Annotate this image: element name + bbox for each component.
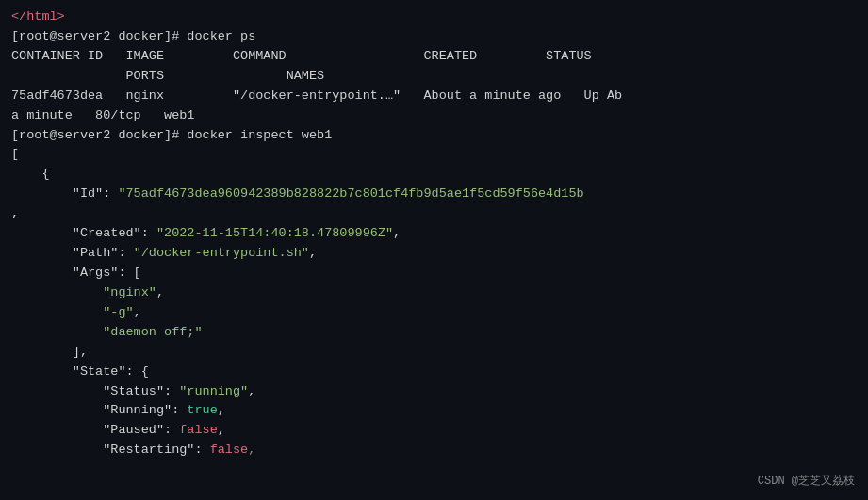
line-segment: ,: [393, 226, 401, 240]
line-segment: [root@server2 docker]# docker inspect we…: [11, 128, 332, 142]
terminal-line: [: [11, 145, 857, 165]
line-segment: a minute 80/tcp web1: [11, 108, 194, 122]
line-segment: ,: [134, 305, 141, 319]
line-segment: ,: [218, 423, 225, 437]
line-segment: "Status":: [11, 384, 179, 398]
terminal-line: "Status": "running",: [11, 382, 857, 402]
terminal-line: a minute 80/tcp web1: [11, 106, 857, 126]
line-segment: false: [210, 443, 249, 457]
terminal-content: </html>[root@server2 docker]# docker psC…: [11, 8, 857, 460]
line-segment: ,: [218, 403, 225, 417]
line-segment: ,: [11, 206, 19, 220]
terminal-line: {: [11, 165, 857, 185]
terminal-line: "Args": [: [11, 264, 857, 283]
terminal-line: "nginx",: [11, 283, 857, 303]
terminal-line: 75adf4673dea nginx "/docker-entrypoint.……: [11, 87, 857, 106]
terminal-line: </html>: [11, 8, 857, 27]
terminal-line: "Created": "2022-11-15T14:40:18.47809996…: [11, 224, 857, 244]
line-segment: [11, 325, 103, 339]
line-segment: "Path":: [11, 246, 134, 260]
line-segment: "/docker-entrypoint.sh": [134, 246, 309, 260]
terminal-line: "-g",: [11, 303, 857, 323]
line-segment: "Created":: [11, 226, 156, 240]
terminal-line: ],: [11, 343, 857, 363]
terminal-line: "Path": "/docker-entrypoint.sh",: [11, 244, 857, 264]
line-segment: [: [11, 147, 19, 161]
line-segment: "Args": [: [11, 266, 141, 280]
line-segment: ,: [248, 384, 255, 398]
terminal-line: "daemon off;": [11, 323, 857, 343]
line-segment: "State": {: [11, 364, 149, 379]
line-segment: "running": [179, 384, 248, 398]
line-segment: 75adf4673dea nginx "/docker-entrypoint.……: [11, 89, 622, 103]
line-segment: CONTAINER ID IMAGE COMMAND CREATED STATU…: [11, 49, 592, 63]
line-segment: "Running":: [11, 403, 187, 417]
watermark: CSDN @芝芝又荔枝: [758, 473, 855, 489]
line-segment: {: [11, 167, 50, 181]
terminal-line: "Restarting": false,: [11, 441, 857, 460]
line-segment: "Restarting":: [11, 443, 210, 457]
line-segment: false: [179, 423, 218, 437]
terminal-window: </html>[root@server2 docker]# docker psC…: [0, 0, 868, 500]
line-segment: </html>: [11, 9, 65, 24]
line-segment: ,: [248, 443, 255, 457]
line-segment: "-g": [103, 305, 133, 319]
terminal-line: CONTAINER ID IMAGE COMMAND CREATED STATU…: [11, 47, 857, 67]
line-segment: [11, 285, 103, 299]
line-segment: "75adf4673dea960942389b828822b7c801cf4fb…: [118, 186, 583, 201]
terminal-line: "Running": true,: [11, 401, 857, 421]
terminal-line: PORTS NAMES: [11, 67, 857, 87]
terminal-line: [root@server2 docker]# docker ps: [11, 27, 857, 47]
line-segment: [11, 305, 103, 319]
terminal-line: "Paused": false,: [11, 421, 857, 441]
line-segment: "Id":: [11, 186, 118, 201]
line-segment: true: [187, 403, 217, 417]
line-segment: "Paused":: [11, 423, 179, 437]
terminal-line: "Id": "75adf4673dea960942389b828822b7c80…: [11, 185, 857, 204]
line-segment: ,: [309, 246, 317, 260]
terminal-line: ,: [11, 204, 857, 224]
line-segment: "daemon off;": [103, 325, 202, 339]
line-segment: "nginx": [103, 285, 156, 299]
line-segment: "2022-11-15T14:40:18.47809996Z": [156, 226, 393, 240]
line-segment: ,: [156, 285, 164, 299]
line-segment: PORTS NAMES: [11, 69, 324, 83]
terminal-line: "State": {: [11, 363, 857, 382]
terminal-line: [root@server2 docker]# docker inspect we…: [11, 126, 857, 146]
line-segment: [root@server2 docker]# docker ps: [11, 29, 255, 43]
line-segment: ],: [11, 345, 88, 359]
